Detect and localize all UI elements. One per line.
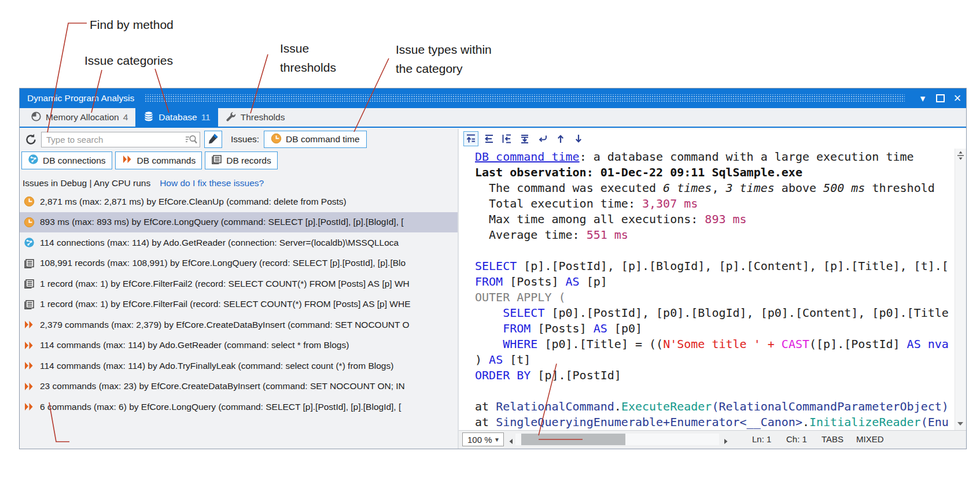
line-number-status: Ln: 1 (752, 434, 771, 444)
issue-row-text: 2,871 ms (max: 2,871 ms) by EfCore.Clean… (40, 197, 347, 207)
commands-icon (23, 339, 35, 351)
clock-icon (23, 196, 35, 208)
title-bar: Dynamic Program Analysis ▾ × (20, 88, 966, 108)
scroll-right-arrow-icon[interactable] (724, 437, 728, 446)
commands-icon (121, 154, 133, 167)
issue-row[interactable]: 114 commands (max: 114) by Ado.GetReader… (20, 335, 458, 356)
horizontal-scrollbar-thumb[interactable] (521, 434, 625, 445)
issue-type-filter-button[interactable]: DB command time (264, 131, 366, 148)
navigate-up-icon[interactable] (553, 131, 568, 146)
issue-details-text: DB command time: a database command with… (459, 149, 955, 431)
filter-label: DB commands (137, 156, 196, 166)
tab-thresholds[interactable]: Thresholds (218, 108, 293, 127)
vertical-scrollbar[interactable] (955, 149, 966, 431)
move-down-icon[interactable] (517, 131, 532, 146)
left-toolbar: Issues: DB command time (20, 129, 458, 150)
issue-details-panel: DB command time: a database command with… (459, 129, 966, 449)
annotation-issue-thresholds: Issue thresholds (280, 39, 336, 77)
issue-type-link[interactable]: DB command time (475, 150, 580, 164)
refresh-icon[interactable] (24, 133, 38, 146)
tab-count: 4 (123, 112, 128, 123)
details-toolbar (459, 129, 966, 149)
fix-issues-link[interactable]: How do I fix these issues? (160, 178, 264, 188)
tab-label: Memory Allocation (46, 112, 119, 123)
category-tab-strip: Memory Allocation 4 Database 11 Threshol… (20, 108, 966, 128)
issue-row[interactable]: 893 ms (max: 893 ms) by EfCore.LongQuery… (20, 212, 458, 233)
annotation-issue-thresholds-line2: thresholds (280, 58, 336, 77)
issue-row-text: 893 ms (max: 893 ms) by EfCore.LongQuery… (40, 217, 404, 227)
clock-icon (271, 133, 282, 146)
list-header: Issues in Debug | Any CPU runs How do I … (20, 176, 458, 190)
screenshot-canvas: Find by method Issue categories Issue th… (0, 0, 980, 503)
zoom-select[interactable]: 100 % ▼ (462, 432, 504, 446)
tab-label: Database (159, 112, 197, 123)
wrap-return-icon[interactable] (535, 131, 550, 146)
records-icon (23, 298, 35, 310)
clock-icon (23, 216, 35, 228)
records-icon (211, 154, 222, 167)
commands-icon (23, 360, 35, 372)
issue-row[interactable]: 114 commands (max: 114) by Ado.TryFinall… (20, 356, 458, 376)
filter-db-connections[interactable]: DB connections (21, 151, 112, 169)
maximize-icon[interactable] (931, 88, 949, 108)
search-input[interactable] (41, 132, 200, 147)
annotation-issue-types: Issue types within the category (396, 40, 492, 78)
tab-count: 11 (201, 112, 211, 123)
annotation-issue-types-line2: the category (396, 59, 492, 78)
tab-memory-allocation[interactable]: Memory Allocation 4 (23, 108, 135, 127)
annotation-issue-types-line1: Issue types within (396, 40, 492, 59)
window-title: Dynamic Program Analysis (20, 93, 134, 103)
filter-db-records[interactable]: DB records (205, 151, 278, 169)
tab-database[interactable]: Database 11 (135, 108, 218, 127)
move-to-start-icon[interactable] (481, 131, 496, 146)
filter-label: DB connections (43, 156, 106, 166)
issue-row[interactable]: 6 commands (max: 6) by EfCore.LongQuery … (20, 397, 458, 417)
issue-row-text: 1 record (max: 1) by EfCore.FilterFail (… (40, 299, 411, 309)
issue-row-text: 6 commands (max: 6) by EfCore.LongQuery … (40, 402, 401, 412)
issue-row-text: 108,991 records (max: 108,991) by EfCore… (40, 258, 406, 268)
issue-list-panel: Issues: DB command time DB connections D… (20, 129, 458, 449)
records-icon (23, 278, 35, 290)
filter-label: DB records (226, 156, 271, 166)
dynamic-program-analysis-window: Dynamic Program Analysis ▾ × Memory Allo… (19, 88, 967, 449)
commands-icon (23, 401, 35, 413)
issue-row[interactable]: 1 record (max: 1) by EfCore.FilterFail (… (20, 294, 458, 315)
scrollbar-down-arrow-icon[interactable] (957, 418, 964, 428)
titlebar-grip-dots[interactable] (145, 94, 905, 102)
issue-list: 2,871 ms (max: 2,871 ms) by EfCore.Clean… (20, 191, 458, 417)
mixed-mode-status: MIXED (856, 434, 884, 444)
window-body: Issues: DB command time DB connections D… (20, 129, 966, 449)
move-left-icon[interactable] (499, 131, 514, 146)
filter-db-commands[interactable]: DB commands (115, 151, 202, 169)
issue-row[interactable]: 108,991 records (max: 108,991) by EfCore… (20, 253, 458, 274)
issue-row[interactable]: 2,871 ms (max: 2,871 ms) by EfCore.Clean… (20, 191, 458, 212)
annotation-issue-categories: Issue categories (84, 51, 173, 70)
window-position-chevron-icon[interactable]: ▾ (914, 88, 931, 108)
issue-row-text: 114 commands (max: 114) by Ado.GetReader… (40, 340, 349, 350)
search-box (41, 132, 200, 147)
database-icon (143, 110, 154, 124)
close-icon[interactable]: × (949, 88, 966, 108)
commands-icon (23, 319, 35, 331)
issues-label: Issues: (231, 134, 259, 145)
horizontal-scrollbar[interactable] (515, 434, 719, 445)
details-content: DB command time: a database command with… (459, 149, 966, 431)
navigate-down-icon[interactable] (571, 131, 586, 146)
annotation-find-by-method: Find by method (90, 15, 174, 34)
maximize-square (936, 94, 945, 102)
scroll-left-arrow-icon[interactable] (509, 437, 513, 446)
pie-chart-icon (31, 111, 42, 124)
issue-row[interactable]: 23 commands (max: 23) by EfCore.CreateDa… (20, 376, 458, 397)
tab-label: Thresholds (241, 112, 285, 123)
issue-row[interactable]: 1 record (max: 1) by EfCore.FilterFail2 … (20, 273, 458, 294)
commands-icon (23, 380, 35, 392)
records-icon (23, 257, 35, 269)
issue-row-text: 1 record (max: 1) by EfCore.FilterFail2 … (40, 279, 410, 289)
issue-row-text: 23 commands (max: 23) by EfCore.CreateDa… (40, 381, 405, 391)
splitter-handle-icon[interactable] (956, 150, 965, 163)
marker-pen-button[interactable] (204, 131, 222, 148)
issue-row[interactable]: 114 connections (max: 114) by Ado.GetRea… (20, 232, 458, 253)
scroll-to-top-icon[interactable] (463, 131, 478, 146)
chevron-down-icon: ▼ (494, 437, 503, 443)
issue-row[interactable]: 2,379 commands (max: 2,379) by EfCore.Cr… (20, 315, 458, 335)
